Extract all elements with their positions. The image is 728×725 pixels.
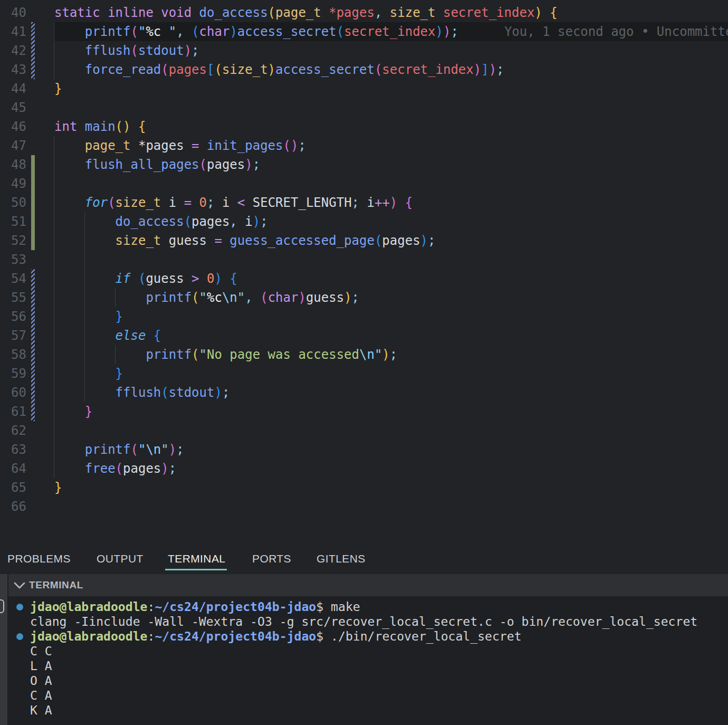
code-line-text: int main() {: [54, 117, 146, 136]
command-decoration-dot[interactable]: [16, 633, 23, 640]
chevron-down-icon[interactable]: [14, 582, 25, 589]
code-line-41[interactable]: 41 printf("%c ", (char)access_secret(sec…: [0, 22, 728, 41]
code-line-65[interactable]: 65}: [0, 478, 728, 497]
code-line-66[interactable]: 66: [0, 497, 728, 516]
code-line-56[interactable]: 56 }: [0, 307, 728, 326]
code-line-51[interactable]: 51 do_access(pages, i);: [0, 212, 728, 231]
code-line-text: }: [54, 364, 123, 383]
git-blame-annotation: You, 1 second ago • Uncommitted changes: [504, 24, 728, 39]
line-number[interactable]: 44: [0, 79, 26, 98]
line-number[interactable]: 60: [0, 383, 26, 402]
code-line-text: }: [54, 307, 123, 326]
code-line-text: printf("No page was accessed\n");: [54, 345, 397, 364]
code-line-45[interactable]: 45: [0, 98, 728, 117]
code-line-text: fflush(stdout);: [54, 383, 229, 402]
vscode-window: 40static inline void do_access(page_t *p…: [0, 0, 728, 725]
line-number[interactable]: 58: [0, 345, 26, 364]
code-line-text: do_access(pages, i);: [54, 212, 268, 231]
line-number[interactable]: 46: [0, 117, 26, 136]
code-line-text: fflush(stdout);: [54, 41, 199, 60]
line-number[interactable]: 64: [0, 459, 26, 478]
terminal-row-4: L A: [8, 659, 728, 673]
code-line-42[interactable]: 42 fflush(stdout);: [0, 41, 728, 60]
code-line-59[interactable]: 59 }: [0, 364, 728, 383]
line-number[interactable]: 50: [0, 193, 26, 212]
code-line-text: flush_all_pages(pages);: [54, 155, 260, 174]
code-line-text: static inline void do_access(page_t *pag…: [54, 3, 558, 22]
terminal-output[interactable]: jdao@labradoodle:~/cs24/project04b-jdao$…: [8, 596, 728, 725]
line-number[interactable]: 56: [0, 307, 26, 326]
code-line-text: printf("%c\n", (char)guess);: [54, 288, 359, 307]
line-number[interactable]: 51: [0, 212, 26, 231]
panel-left-strip: [0, 574, 7, 725]
code-line-text: printf("%c ", (char)access_secret(secret…: [54, 22, 728, 41]
code-line-text: }: [54, 79, 62, 98]
code-line-55[interactable]: 55 printf("%c\n", (char)guess);: [0, 288, 728, 307]
code-line-text: }: [54, 402, 92, 421]
clipped-badge-icon: [0, 599, 4, 613]
terminal-row-1: clang -Iinclude -Wall -Wextra -O3 -g src…: [8, 614, 728, 629]
code-line-43[interactable]: 43 force_read(pages[(size_t)access_secre…: [0, 60, 728, 79]
code-line-61[interactable]: 61 }: [0, 402, 728, 421]
line-number[interactable]: 53: [0, 250, 26, 269]
code-line-text: for(size_t i = 0; i < SECRET_LENGTH; i++…: [54, 193, 413, 212]
line-number[interactable]: 48: [0, 155, 26, 174]
code-line-47[interactable]: 47 page_t *pages = init_pages();: [0, 136, 728, 155]
code-line-50[interactable]: 50 for(size_t i = 0; i < SECRET_LENGTH; …: [0, 193, 728, 212]
code-line-text: force_read(pages[(size_t)access_secret(s…: [54, 60, 504, 79]
code-line-64[interactable]: 64 free(pages);: [0, 459, 728, 478]
line-number[interactable]: 47: [0, 136, 26, 155]
line-number[interactable]: 57: [0, 326, 26, 345]
panel-tab-output[interactable]: OUTPUT: [97, 543, 143, 574]
line-number[interactable]: 63: [0, 440, 26, 459]
line-number[interactable]: 54: [0, 269, 26, 288]
line-number[interactable]: 66: [0, 497, 26, 516]
line-number[interactable]: 62: [0, 421, 26, 440]
code-line-text: }: [54, 478, 62, 497]
code-line-60[interactable]: 60 fflush(stdout);: [0, 383, 728, 402]
command-decoration-dot[interactable]: [16, 604, 23, 610]
terminal-row-0: jdao@labradoodle:~/cs24/project04b-jdao$…: [8, 599, 728, 614]
line-number[interactable]: 42: [0, 41, 26, 60]
code-line-49[interactable]: 49: [0, 174, 728, 193]
terminal-row-3: C C: [8, 644, 728, 659]
code-line-44[interactable]: 44}: [0, 79, 728, 98]
code-line-text: if (guess > 0) {: [54, 269, 237, 288]
line-number[interactable]: 40: [0, 3, 26, 22]
line-number[interactable]: 45: [0, 98, 26, 117]
panel-tab-ports[interactable]: PORTS: [252, 543, 291, 574]
line-number[interactable]: 43: [0, 60, 26, 79]
code-line-58[interactable]: 58 printf("No page was accessed\n");: [0, 345, 728, 364]
panel-tab-problems[interactable]: PROBLEMS: [7, 543, 71, 574]
code-editor[interactable]: 40static inline void do_access(page_t *p…: [0, 0, 728, 543]
code-line-48[interactable]: 48 flush_all_pages(pages);: [0, 155, 728, 174]
code-line-text: page_t *pages = init_pages();: [54, 136, 306, 155]
terminal-section-header[interactable]: TERMINAL: [8, 574, 728, 596]
code-line-text: printf("\n");: [54, 440, 184, 459]
code-line-text: free(pages);: [54, 459, 176, 478]
panel-tab-bar: PROBLEMSOUTPUTTERMINALPORTSGITLENS: [0, 543, 728, 574]
code-line-text: else {: [54, 326, 161, 345]
line-number[interactable]: 52: [0, 231, 26, 250]
code-line-40[interactable]: 40static inline void do_access(page_t *p…: [0, 3, 728, 22]
terminal-row-5: O A: [8, 673, 728, 688]
line-number[interactable]: 49: [0, 174, 26, 193]
code-line-57[interactable]: 57 else {: [0, 326, 728, 345]
code-line-63[interactable]: 63 printf("\n");: [0, 440, 728, 459]
code-line-52[interactable]: 52 size_t guess = guess_accessed_page(pa…: [0, 231, 728, 250]
line-number[interactable]: 61: [0, 402, 26, 421]
terminal-section-title: TERMINAL: [29, 574, 83, 596]
terminal-row-7: K A: [8, 703, 728, 718]
panel-tab-gitlens[interactable]: GITLENS: [317, 543, 366, 574]
line-number[interactable]: 41: [0, 22, 26, 41]
line-number[interactable]: 59: [0, 364, 26, 383]
terminal-row-6: C A: [8, 688, 728, 703]
code-line-62[interactable]: 62: [0, 421, 728, 440]
line-number[interactable]: 55: [0, 288, 26, 307]
line-number[interactable]: 65: [0, 478, 26, 497]
terminal-row-2: jdao@labradoodle:~/cs24/project04b-jdao$…: [8, 629, 728, 644]
code-line-46[interactable]: 46int main() {: [0, 117, 728, 136]
active-tab-underline: [165, 569, 227, 570]
code-line-53[interactable]: 53: [0, 250, 728, 269]
code-line-54[interactable]: 54 if (guess > 0) {: [0, 269, 728, 288]
